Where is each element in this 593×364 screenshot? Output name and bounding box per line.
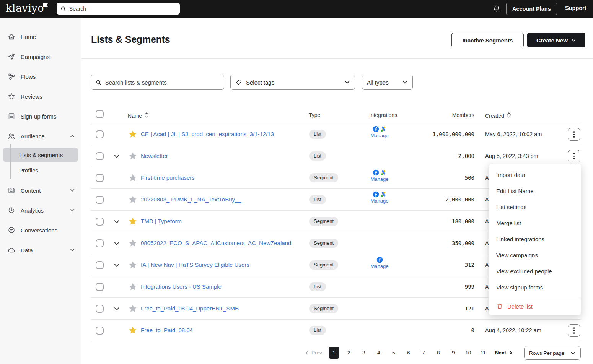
- manage-link[interactable]: Manage: [371, 133, 389, 138]
- sidebar-item-campaigns[interactable]: Campaigns: [0, 47, 81, 67]
- rows-per-page-dropdown[interactable]: Rows Per page: [524, 346, 581, 360]
- expand-chevron-icon[interactable]: [113, 153, 120, 160]
- column-header-name[interactable]: Name: [128, 112, 148, 119]
- row-name-link[interactable]: TMD | Typeform: [141, 218, 182, 224]
- expand-chevron-icon[interactable]: [113, 262, 120, 269]
- row-name-link[interactable]: Free_to_Paid_08.04_UpperENT_SMB: [141, 305, 239, 312]
- sidebar-item-reviews[interactable]: Reviews: [0, 86, 81, 106]
- row-name-link[interactable]: CE | Acad | JL | SJ_prod_cert_expiration…: [141, 131, 274, 137]
- manage-link[interactable]: Manage: [371, 198, 389, 204]
- menu-item-view-campaigns[interactable]: View campaigns: [489, 247, 581, 263]
- menu-item-import-data[interactable]: Import data: [489, 167, 581, 183]
- select-all-checkbox[interactable]: [96, 110, 104, 118]
- menu-item-view-excluded-people[interactable]: View excluded people: [489, 263, 581, 279]
- members-count: 500: [465, 175, 474, 181]
- row-name-link[interactable]: Newsletter: [141, 153, 168, 159]
- sidebar-item-lists-segments[interactable]: Lists & segments: [3, 148, 78, 162]
- global-search[interactable]: [57, 3, 180, 15]
- sidebar-item-signup-forms[interactable]: Sign-up forms: [0, 106, 81, 126]
- star-icon[interactable]: [128, 151, 137, 161]
- expand-chevron-icon[interactable]: [113, 218, 120, 225]
- row-checkbox[interactable]: [96, 305, 104, 313]
- klaviyo-logo[interactable]: klaviyo: [6, 2, 44, 14]
- next-page-button[interactable]: Next: [495, 350, 513, 356]
- row-name-link[interactable]: Free_to_Paid_08.04: [141, 327, 193, 333]
- sort-icon[interactable]: [507, 112, 511, 118]
- sort-icon[interactable]: [145, 112, 148, 118]
- row-checkbox[interactable]: [96, 218, 104, 226]
- row-actions-button[interactable]: [568, 324, 580, 337]
- menu-item-edit-list-name[interactable]: Edit List Name: [489, 183, 581, 199]
- support-link[interactable]: Support: [565, 5, 586, 11]
- sidebar-item-audience[interactable]: Audience: [0, 126, 81, 146]
- row-name-link[interactable]: First-time purchasers: [141, 174, 195, 181]
- page-button[interactable]: 4: [373, 347, 384, 359]
- row-checkbox[interactable]: [96, 327, 104, 335]
- page-button[interactable]: 7: [418, 347, 429, 359]
- type-badge: Segment: [309, 239, 338, 248]
- global-search-input[interactable]: [69, 6, 176, 12]
- star-icon[interactable]: [128, 130, 137, 139]
- row-checkbox[interactable]: [96, 130, 104, 138]
- row-actions-button[interactable]: [568, 128, 580, 141]
- page-button[interactable]: 11: [478, 347, 489, 359]
- create-new-button[interactable]: Create New: [527, 33, 585, 47]
- star-icon[interactable]: [128, 260, 137, 270]
- sidebar-item-analytics[interactable]: Analytics: [0, 200, 81, 220]
- row-name-link[interactable]: Integrations Users - US Sample: [141, 283, 222, 290]
- menu-item-delete-list[interactable]: Delete list: [489, 297, 581, 315]
- row-checkbox[interactable]: [96, 261, 104, 269]
- sidebar-item-flows[interactable]: Flows: [0, 67, 81, 86]
- menu-item-view-signup-forms[interactable]: View signup forms: [489, 279, 581, 295]
- send-icon: [8, 53, 15, 60]
- account-plans-button[interactable]: Account Plans: [506, 3, 557, 15]
- select-tags-dropdown[interactable]: Select tags: [230, 75, 355, 90]
- page-button[interactable]: 6: [403, 347, 414, 359]
- integration-icons: [376, 257, 383, 263]
- sidebar-item-data[interactable]: Data: [0, 240, 81, 260]
- row-checkbox[interactable]: [96, 174, 104, 182]
- sidebar-item-conversations[interactable]: Conversations: [0, 220, 81, 240]
- lists-search-input[interactable]: [105, 79, 219, 86]
- star-icon[interactable]: [128, 282, 137, 291]
- menu-item-merge-list[interactable]: Merge list: [489, 215, 581, 231]
- row-checkbox[interactable]: [96, 196, 104, 204]
- star-icon[interactable]: [128, 326, 137, 335]
- star-icon[interactable]: [128, 173, 137, 182]
- notifications-bell-icon[interactable]: [493, 5, 500, 13]
- manage-link[interactable]: Manage: [371, 263, 389, 269]
- page-button[interactable]: 9: [448, 347, 459, 359]
- page-button[interactable]: 3: [358, 347, 369, 359]
- row-checkbox[interactable]: [96, 152, 104, 160]
- page-button[interactable]: 10: [463, 347, 474, 359]
- row-actions-button[interactable]: [568, 150, 580, 162]
- star-icon[interactable]: [128, 239, 137, 248]
- prev-page-button[interactable]: Prev: [305, 350, 322, 356]
- row-checkbox[interactable]: [96, 283, 104, 291]
- inactive-segments-button[interactable]: Inactive Segments: [451, 33, 524, 47]
- star-icon[interactable]: [128, 195, 137, 204]
- page-button[interactable]: 2: [344, 347, 354, 359]
- page-button[interactable]: 5: [388, 347, 399, 359]
- expand-chevron-icon[interactable]: [113, 306, 120, 312]
- sidebar-item-profiles[interactable]: Profiles: [3, 163, 78, 177]
- menu-item-list-settings[interactable]: List settings: [489, 199, 581, 215]
- sidebar-item-home[interactable]: Home: [0, 27, 81, 47]
- all-types-dropdown[interactable]: All types: [362, 75, 413, 90]
- row-name-link[interactable]: 20220803_ PRMK_L_NA_TextToBuy__: [141, 196, 241, 203]
- column-header-created[interactable]: Created: [485, 112, 511, 119]
- page-button[interactable]: 1: [329, 347, 339, 359]
- lists-search-box[interactable]: [91, 75, 224, 90]
- star-icon[interactable]: [128, 217, 137, 226]
- menu-item-linked-integrations[interactable]: Linked integrations: [489, 231, 581, 247]
- manage-link[interactable]: Manage: [371, 176, 389, 182]
- row-name-link[interactable]: IA | New Nav | HaTS Survey Eligible User…: [141, 262, 249, 268]
- expand-chevron-icon[interactable]: [113, 240, 120, 247]
- chevron-down-icon: [70, 247, 75, 253]
- sidebar-item-content[interactable]: Content: [0, 180, 81, 200]
- row-checkbox[interactable]: [96, 239, 104, 247]
- type-badge: List: [309, 326, 326, 335]
- row-name-link[interactable]: 08052022_ECO_S_APAC_AllCustomers_AC_NewZ…: [141, 240, 291, 246]
- page-button[interactable]: 8: [433, 347, 444, 359]
- star-icon[interactable]: [128, 304, 137, 313]
